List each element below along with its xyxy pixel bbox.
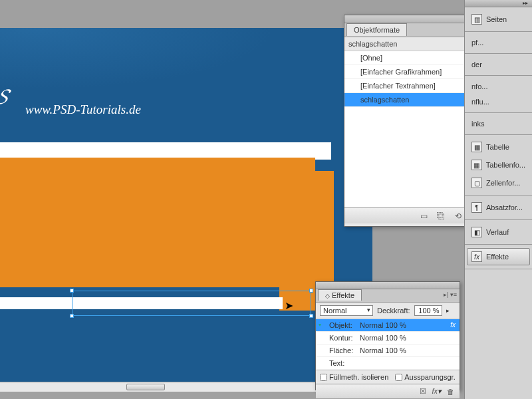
table-icon: ▦ xyxy=(471,142,482,152)
page-url-text: www.PSD-Tutorials.de xyxy=(25,102,141,117)
fx-label: Objekt: xyxy=(320,321,360,329)
fx-row-kontur[interactable]: Kontur: Normal 100 % xyxy=(316,332,460,344)
dock-label: Zellenfor... xyxy=(486,179,520,187)
fx-badge-icon: fx xyxy=(450,321,456,329)
checkbox-label: Aussparungsgr. xyxy=(404,373,455,381)
fx-value: Normal 100 % xyxy=(360,346,456,354)
paragraph-styles-icon: ¶ xyxy=(471,202,482,213)
dock-label: nflu... xyxy=(471,98,489,106)
dock-label: nfo... xyxy=(471,82,487,90)
dock-label: Tabellenfo... xyxy=(486,161,525,169)
cursor-icon: ➤ xyxy=(285,299,293,312)
resize-handle-nw[interactable] xyxy=(70,289,74,293)
opacity-label: Deckkraft: xyxy=(377,307,410,315)
dock-zellenfor[interactable]: ▢Zellenfor... xyxy=(467,174,530,192)
style-label: [Ohne] xyxy=(360,54,382,62)
style-label: schlagschatten xyxy=(360,96,409,104)
folder-icon[interactable]: ▭ xyxy=(418,211,429,221)
trash-icon[interactable]: 🗑 xyxy=(447,388,454,396)
dock-label: Seiten xyxy=(486,15,507,23)
dock-item[interactable]: pf... xyxy=(467,35,530,50)
resize-handle-se[interactable] xyxy=(309,314,313,318)
fx-label: Fläche: xyxy=(320,346,360,354)
panel-chrome[interactable] xyxy=(316,282,460,289)
dock-label: Verlauf xyxy=(486,228,509,236)
resize-handle-sw[interactable] xyxy=(70,314,74,318)
fx-row-text: Text: xyxy=(316,357,460,370)
dock-label: der xyxy=(471,61,482,68)
fx-value: Normal 100 % xyxy=(360,321,456,329)
fx-value: Normal 100 % xyxy=(360,334,456,342)
resize-handle-ne[interactable] xyxy=(309,289,313,293)
dock-item[interactable]: inks xyxy=(467,116,530,131)
blend-mode-select[interactable]: Normal xyxy=(320,305,373,316)
fx-target-list: ▾ Objekt: Normal 100 % fx Kontur: Normal… xyxy=(316,319,460,370)
fx-row-objekt[interactable]: ▾ Objekt: Normal 100 % fx xyxy=(316,319,460,332)
clear-fx-icon[interactable]: ☒ xyxy=(420,387,426,396)
style-label: [Einfacher Textrahmen] xyxy=(360,82,436,90)
scrollbar-thumb[interactable] xyxy=(126,384,165,390)
dock-collapse[interactable]: ▸▸ xyxy=(465,0,532,7)
new-group-icon[interactable]: ⿻ xyxy=(436,211,446,221)
filter-text: schlagschatten xyxy=(348,40,397,48)
orange-rect-large[interactable] xyxy=(0,158,315,287)
dock-label: Tabelle xyxy=(486,143,509,151)
dock-tabelle[interactable]: ▦Tabelle xyxy=(467,138,530,156)
dock-label: Absatzfor... xyxy=(486,203,523,211)
dock-absatzfor[interactable]: ¶Absatzfor... xyxy=(467,199,530,216)
tab-objektformate[interactable]: Objektformate xyxy=(346,23,407,36)
dock-seiten[interactable]: ▥Seiten xyxy=(467,11,530,28)
fx-menu-icon[interactable]: fx▾ xyxy=(432,387,442,396)
right-dock: ▸▸ ▥Seiten pf... der nfo... nflu... inks… xyxy=(464,0,532,399)
fx-label: Text: xyxy=(320,359,360,367)
logo-brush-icon: 𝓢 xyxy=(0,84,7,109)
table-styles-icon: ▦ xyxy=(471,160,482,170)
panel-controls[interactable]: ▸| ▾≡ xyxy=(444,291,457,298)
effekte-panel[interactable]: Effekte ▸| ▾≡ Normal Deckkraft: 100 % ▸ … xyxy=(315,281,460,390)
checkbox-label: Füllmeth. isolieren xyxy=(329,373,388,381)
dock-item[interactable]: der xyxy=(467,57,530,72)
style-label: [Einfacher Grafikrahmen] xyxy=(360,68,442,76)
tab-effekte[interactable]: Effekte xyxy=(318,289,362,301)
pages-icon: ▥ xyxy=(471,14,482,25)
fx-checks: Füllmeth. isolieren Aussparungsgr. xyxy=(316,370,460,384)
cell-styles-icon: ▢ xyxy=(471,178,482,188)
fx-icon: fx xyxy=(471,251,482,262)
selection-bounds[interactable] xyxy=(72,291,311,316)
dock-label: inks xyxy=(471,120,485,128)
blend-row: Normal Deckkraft: 100 % ▸ xyxy=(316,303,460,319)
dock-effekte[interactable]: fxEffekte xyxy=(467,248,530,265)
isolate-checkbox[interactable]: Füllmeth. isolieren xyxy=(320,373,388,381)
panel-tab-row: Effekte ▸| ▾≡ xyxy=(316,289,460,303)
dock-label: Effekte xyxy=(486,253,509,261)
opacity-stepper-icon[interactable]: ▸ xyxy=(446,307,450,314)
dock-tabellenfo[interactable]: ▦Tabellenfo... xyxy=(467,156,530,174)
dock-item[interactable]: nflu... xyxy=(467,94,530,109)
dock-verlauf[interactable]: ◧Verlauf xyxy=(467,223,530,241)
fx-row-flaeche[interactable]: Fläche: Normal 100 % xyxy=(316,344,460,357)
gradient-icon: ◧ xyxy=(471,227,482,237)
dock-label: pf... xyxy=(471,39,483,47)
opacity-input[interactable]: 100 % xyxy=(414,305,442,316)
knockout-checkbox[interactable]: Aussparungsgr. xyxy=(395,373,455,381)
dock-item[interactable]: nfo... xyxy=(467,79,530,94)
clear-icon[interactable]: ⟲ xyxy=(453,211,464,221)
panel-footer: ☒ fx▾ 🗑 xyxy=(316,384,460,398)
expand-arrow-icon[interactable]: ▾ xyxy=(319,322,321,328)
fx-label: Kontur: xyxy=(320,334,360,342)
